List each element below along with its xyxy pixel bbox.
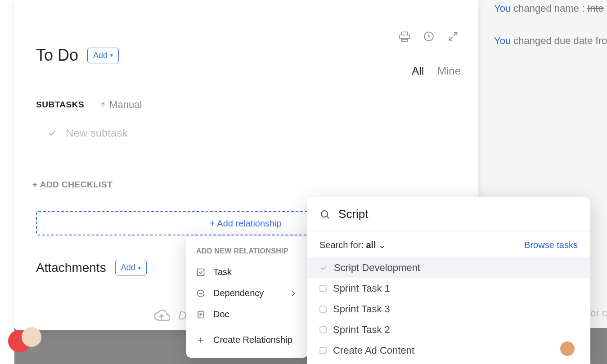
search-result[interactable]: Sprint Task 3 <box>307 299 590 320</box>
add-checklist-button[interactable]: + ADD CHECKLIST <box>32 180 455 190</box>
result-label: Sprint Task 1 <box>333 283 390 294</box>
popover-header: ADD NEW RELATIONSHIP <box>190 247 304 262</box>
expand-icon[interactable] <box>447 31 459 44</box>
plus-icon <box>196 336 205 345</box>
chevron-right-icon <box>289 289 298 298</box>
activity-actor: You <box>494 3 511 14</box>
checkbox-icon <box>196 268 205 277</box>
help-icon[interactable]: ? <box>172 338 185 351</box>
activity-log: You changed name : Inte You changed due … <box>494 0 607 67</box>
activity-line: You changed name : Inte <box>494 3 607 14</box>
svg-rect-1 <box>198 269 204 275</box>
status-box-icon <box>319 306 327 313</box>
history-icon[interactable] <box>423 31 435 44</box>
rel-item-dependency[interactable]: Dependency <box>190 283 304 304</box>
search-result[interactable]: Script Development <box>307 257 590 278</box>
tab-all[interactable]: All <box>412 65 424 77</box>
chevron-down-icon: ▾ <box>110 52 113 58</box>
browse-tasks-link[interactable]: Browse tasks <box>524 240 578 250</box>
left-rail <box>0 0 14 364</box>
add-button-label: Add <box>93 51 108 60</box>
add-button[interactable]: Add ▾ <box>87 48 119 63</box>
rel-item-label: Create Relationship <box>213 335 292 345</box>
check-icon <box>319 264 328 272</box>
svg-point-4 <box>321 210 328 217</box>
new-subtask-row[interactable]: New subtask <box>36 127 455 139</box>
result-label: Script Development <box>334 262 420 274</box>
new-subtask-placeholder: New subtask <box>66 127 127 139</box>
sort-control[interactable]: Manual <box>99 99 142 111</box>
rel-item-create[interactable]: Create Relationship <box>190 329 304 351</box>
search-input[interactable] <box>338 207 578 221</box>
truncated-text: for c <box>588 307 607 319</box>
avatar[interactable] <box>8 330 31 352</box>
result-label: Sprint Task 3 <box>333 303 390 315</box>
relationship-popover: ADD NEW RELATIONSHIP Task Dependency Doc… <box>186 236 308 358</box>
search-result[interactable]: Sprint Task 1 <box>307 278 590 299</box>
tab-mine[interactable]: Mine <box>437 65 461 77</box>
chevron-down-icon: ▾ <box>138 265 141 271</box>
minus-circle-icon <box>196 289 205 298</box>
rel-item-label: Dependency <box>213 288 264 298</box>
chevron-down-icon: ⌄ <box>376 240 387 250</box>
activity-line: You changed due date fro <box>494 35 607 47</box>
status-box-icon <box>319 347 327 354</box>
user-avatar[interactable] <box>560 342 575 356</box>
rel-item-label: Task <box>213 267 232 277</box>
search-results: Script Development Sprint Task 1 Sprint … <box>307 255 590 364</box>
activity-actor: You <box>494 35 511 46</box>
task-search-popover: Search for: all ⌄ Browse tasks Script De… <box>307 197 590 364</box>
check-icon <box>47 128 57 138</box>
subtasks-label: SUBTASKS <box>36 100 84 110</box>
document-icon <box>196 310 205 319</box>
upload-cloud-icon <box>153 307 170 324</box>
print-icon[interactable] <box>399 31 410 44</box>
search-result[interactable]: Sprint Task 2 <box>307 320 590 340</box>
rel-item-label: Doc <box>213 309 229 320</box>
add-attachment-button[interactable]: Add ▾ <box>115 260 147 275</box>
status-title: To Do <box>36 46 78 65</box>
search-scope[interactable]: Search for: all ⌄ <box>319 240 386 250</box>
add-relationship-label: + Add relationship <box>210 218 282 229</box>
result-label: Sprint Task 2 <box>333 324 390 336</box>
rel-item-task[interactable]: Task <box>190 262 304 283</box>
add-attachment-label: Add <box>121 263 135 272</box>
arrow-up-icon <box>99 101 107 108</box>
status-box-icon <box>319 285 327 292</box>
search-result[interactable]: Create Ad Content <box>307 340 590 361</box>
search-icon <box>319 209 330 220</box>
result-label: Create Ad Content <box>333 345 414 356</box>
status-box-icon <box>319 326 327 333</box>
attachments-label: Attachments <box>36 261 106 275</box>
sort-label: Manual <box>109 99 142 111</box>
rel-item-doc[interactable]: Doc <box>190 304 304 325</box>
